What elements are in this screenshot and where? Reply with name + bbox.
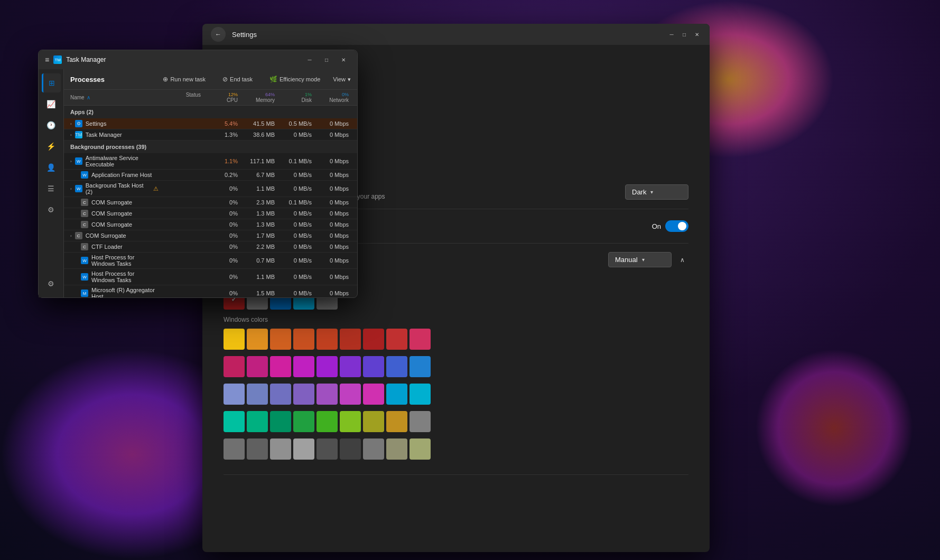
wc-gray5[interactable]	[293, 438, 314, 460]
wc-hotpink[interactable]	[363, 384, 384, 405]
table-row[interactable]: › ⚙ Settings 5.4% 41.5 MB 0.5 MB/s 0 Mbp…	[64, 118, 357, 129]
expand-arrow[interactable]: ›	[70, 186, 72, 191]
wc-green1[interactable]	[270, 411, 291, 432]
wc-orange3[interactable]	[317, 329, 338, 350]
wc-lime[interactable]	[340, 411, 361, 432]
wc-olive1[interactable]	[363, 411, 384, 432]
col-cpu[interactable]: 12% CPU	[203, 92, 240, 103]
table-row[interactable]: C CTF Loader 0% 2.2 MB 0 MB/s 0 Mbps	[64, 241, 357, 253]
accent-dropdown[interactable]: Manual ▾	[608, 252, 672, 267]
mode-dropdown[interactable]: Dark ▾	[625, 184, 688, 200]
wc-purple1[interactable]	[317, 356, 338, 377]
wc-orchid[interactable]	[317, 384, 338, 405]
expand-arrow[interactable]: ›	[70, 122, 72, 126]
tm-close-button[interactable]: ✕	[336, 54, 351, 65]
wc-steel2[interactable]	[247, 384, 268, 405]
wc-sage[interactable]	[386, 438, 407, 460]
wc-red2[interactable]	[363, 329, 384, 350]
wc-gray4[interactable]	[270, 438, 291, 460]
wc-sky2[interactable]	[409, 384, 431, 405]
sidebar-item-performance[interactable]: 📈	[42, 95, 61, 114]
table-row[interactable]: C COM Surrogate 0% 1.3 MB 0 MB/s 0 Mbps	[64, 208, 357, 219]
run-new-task-button[interactable]: ⊕ Run new task	[159, 73, 210, 85]
wc-gray6[interactable]	[317, 438, 338, 460]
wc-green3[interactable]	[317, 411, 338, 432]
table-row[interactable]: › TM Task Manager 1.3% 38.6 MB 0 MB/s 0 …	[64, 129, 357, 141]
wc-gray3[interactable]	[247, 438, 268, 460]
sidebar-item-processes[interactable]: ⊞	[42, 73, 61, 92]
wc-gray8[interactable]	[363, 438, 384, 460]
wc-gray1[interactable]	[409, 411, 431, 432]
sidebar-item-settings[interactable]: ⚙	[42, 274, 61, 293]
settings-close-button[interactable]: ✕	[693, 30, 701, 39]
wc-purple2[interactable]	[340, 356, 361, 377]
settings-minimize-button[interactable]: ─	[667, 30, 676, 39]
wc-red3[interactable]	[386, 329, 407, 350]
sidebar-item-services[interactable]: ⚙	[42, 200, 61, 219]
settings-maximize-button[interactable]: □	[680, 30, 688, 39]
wc-yellow[interactable]	[224, 329, 245, 350]
bgtaskhost-memory: 1.1 MB	[240, 185, 277, 192]
sidebar-item-app-history[interactable]: 🕐	[42, 116, 61, 135]
tm-minimize-button[interactable]: ─	[302, 54, 317, 65]
efficiency-mode-button[interactable]: 🌿 Efficiency mode	[265, 73, 324, 85]
comsurrogate1-name: COM Surrogate	[91, 199, 132, 206]
view-button[interactable]: View ▾	[333, 76, 351, 83]
table-row[interactable]: C COM Surrogate 0% 1.3 MB 0 MB/s 0 Mbps	[64, 219, 357, 230]
wc-pink1[interactable]	[224, 356, 245, 377]
col-memory[interactable]: 64% Memory	[240, 92, 277, 103]
mode-control[interactable]: Dark ▾	[625, 184, 688, 200]
wc-gray2[interactable]	[224, 438, 245, 460]
wc-sky1[interactable]	[386, 384, 407, 405]
wc-blue3[interactable]	[409, 356, 431, 377]
col-disk[interactable]: 1% Disk	[277, 92, 314, 103]
wc-olive2[interactable]	[386, 411, 407, 432]
msaggregator-network: 0 Mbps	[314, 290, 351, 296]
col-status[interactable]: Status	[161, 92, 203, 103]
wc-blue2[interactable]	[386, 356, 407, 377]
wc-fuchsia[interactable]	[340, 384, 361, 405]
sidebar-item-startup[interactable]: ⚡	[42, 137, 61, 156]
wc-orange1[interactable]	[270, 329, 291, 350]
appframehost-network: 0 Mbps	[314, 172, 351, 178]
wc-blue1[interactable]	[363, 356, 384, 377]
wc-indigo[interactable]	[270, 384, 291, 405]
expand-arrow[interactable]: ›	[70, 159, 72, 164]
table-row[interactable]: › W Antimalware Service Executable 1.1% …	[64, 153, 357, 170]
wc-teal1[interactable]	[224, 411, 245, 432]
table-row[interactable]: W Host Process for Windows Tasks 0% 1.1 …	[64, 269, 357, 285]
table-row[interactable]: C COM Surrogate 0% 2.3 MB 0.1 MB/s 0 Mbp…	[64, 197, 357, 208]
table-row[interactable]: › C COM Surrogate 0% 1.7 MB 0 MB/s 0 Mbp…	[64, 230, 357, 241]
wc-red1[interactable]	[340, 329, 361, 350]
table-row[interactable]: W Host Process for Windows Tasks 0% 0.7 …	[64, 253, 357, 269]
table-row[interactable]: › W Background Task Host (2) ⚠ 0% 1.1 MB…	[64, 181, 357, 197]
wc-steel1[interactable]	[224, 384, 245, 405]
expand-arrow[interactable]: ›	[70, 133, 72, 137]
wc-orange2[interactable]	[293, 329, 314, 350]
col-network[interactable]: 0% Network	[314, 92, 351, 103]
wc-violet[interactable]	[293, 384, 314, 405]
table-row[interactable]: W Application Frame Host 0.2% 6.7 MB 0 M…	[64, 170, 357, 181]
wc-gray7[interactable]	[340, 438, 361, 460]
tm-hamburger-icon[interactable]: ≡	[45, 55, 49, 64]
disk-label: Disk	[277, 97, 312, 103]
wc-gold[interactable]	[247, 329, 268, 350]
col-name[interactable]: Name ∧	[70, 92, 161, 103]
wc-teal2[interactable]	[247, 411, 268, 432]
accent-expand-button[interactable]: ∧	[676, 254, 688, 266]
tm-maximize-button[interactable]: □	[319, 54, 334, 65]
end-task-button[interactable]: ⊘ End task	[218, 73, 257, 85]
wc-pink2[interactable]	[247, 356, 268, 377]
table-row[interactable]: M Microsoft (R) Aggregator Host 0% 1.5 M…	[64, 285, 357, 297]
wc-magenta2[interactable]	[293, 356, 314, 377]
sidebar-item-details[interactable]: ☰	[42, 179, 61, 198]
expand-arrow[interactable]: ›	[70, 234, 72, 238]
hostprocess1-icon: W	[81, 257, 88, 264]
wc-magenta1[interactable]	[270, 356, 291, 377]
settings-back-button[interactable]: ←	[211, 27, 226, 42]
transparency-toggle[interactable]	[665, 220, 688, 232]
wc-red4[interactable]	[409, 329, 431, 350]
sidebar-item-users[interactable]: 👤	[42, 158, 61, 177]
wc-green2[interactable]	[293, 411, 314, 432]
wc-khaki[interactable]	[409, 438, 431, 460]
